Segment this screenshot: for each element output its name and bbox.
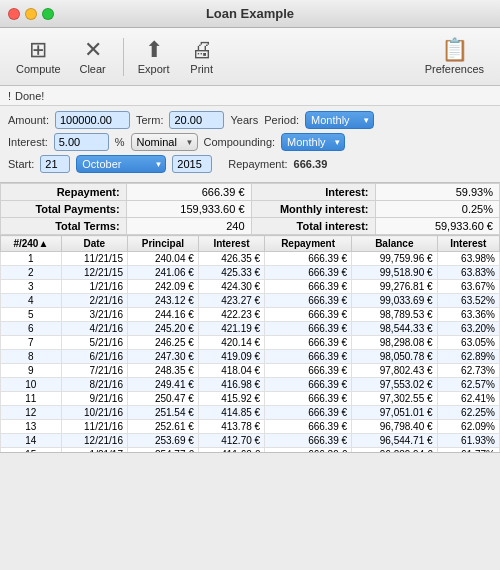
col-header-num[interactable]: #/240▲ [1, 236, 62, 252]
export-label: Export [138, 63, 170, 75]
cell-balance: 97,553.02 € [352, 378, 437, 392]
amount-label: Amount: [8, 114, 49, 126]
compounding-select[interactable]: Monthly Weekly Annual [281, 133, 345, 151]
col-header-interest-pct[interactable]: Interest [437, 236, 499, 252]
cell-num: 8 [1, 350, 62, 364]
maximize-button[interactable] [42, 8, 54, 20]
cell-balance: 98,050.78 € [352, 350, 437, 364]
export-button[interactable]: ⬆ Export [132, 32, 176, 82]
cell-interest: 412.70 € [198, 434, 264, 448]
compounding-label: Compounding: [204, 136, 276, 148]
cell-principal: 253.69 € [127, 434, 198, 448]
data-table-container[interactable]: #/240▲ Date Principal Interest Repayment… [0, 235, 500, 453]
cell-interest-pct: 63.05% [437, 336, 499, 350]
table-row: 12 10/21/16 251.54 € 414.85 € 666.39 € 9… [1, 406, 500, 420]
cell-repayment: 666.39 € [265, 252, 352, 266]
preferences-button[interactable]: 📋 Preferences [419, 32, 490, 82]
interest-label: Interest: [8, 136, 48, 148]
cell-date: 9/21/16 [61, 392, 127, 406]
cell-principal: 252.61 € [127, 420, 198, 434]
cell-principal: 247.30 € [127, 350, 198, 364]
cell-principal: 243.12 € [127, 294, 198, 308]
minimize-button[interactable] [25, 8, 37, 20]
table-row: 15 1/21/17 254.77 € 411.62 € 666.39 € 96… [1, 448, 500, 454]
percent-label: % [115, 136, 125, 148]
compute-label: Compute [16, 63, 61, 75]
col-header-principal[interactable]: Principal [127, 236, 198, 252]
cell-repayment: 666.39 € [265, 280, 352, 294]
clear-icon: ✕ [84, 39, 102, 61]
cell-date: 8/21/16 [61, 378, 127, 392]
col-header-balance[interactable]: Balance [352, 236, 437, 252]
print-label: Print [190, 63, 213, 75]
cell-balance: 99,518.90 € [352, 266, 437, 280]
table-row: 14 12/21/16 253.69 € 412.70 € 666.39 € 9… [1, 434, 500, 448]
cell-num: 13 [1, 420, 62, 434]
cell-balance: 99,759.96 € [352, 252, 437, 266]
interest-input[interactable] [54, 133, 109, 151]
close-button[interactable] [8, 8, 20, 20]
cell-principal: 240.04 € [127, 252, 198, 266]
print-icon: 🖨 [191, 39, 213, 61]
cell-date: 6/21/16 [61, 350, 127, 364]
col-header-interest[interactable]: Interest [198, 236, 264, 252]
col-header-date[interactable]: Date [61, 236, 127, 252]
cell-num: 3 [1, 280, 62, 294]
cell-interest: 413.78 € [198, 420, 264, 434]
compounding-select-wrapper: Monthly Weekly Annual ▼ [281, 133, 345, 151]
cell-balance: 99,033.69 € [352, 294, 437, 308]
amount-input[interactable] [55, 111, 130, 129]
cell-date: 1/21/17 [61, 448, 127, 454]
table-row: 3 1/21/16 242.09 € 424.30 € 666.39 € 99,… [1, 280, 500, 294]
cell-num: 12 [1, 406, 62, 420]
cell-interest-pct: 63.52% [437, 294, 499, 308]
cell-balance: 97,802.43 € [352, 364, 437, 378]
status-message: Done! [15, 90, 44, 102]
cell-interest: 411.62 € [198, 448, 264, 454]
toolbar: ⊞ Compute ✕ Clear ⬆ Export 🖨 Print 📋 Pre… [0, 28, 500, 86]
cell-principal: 244.16 € [127, 308, 198, 322]
cell-interest: 426.35 € [198, 252, 264, 266]
cell-repayment: 666.39 € [265, 392, 352, 406]
cell-date: 2/21/16 [61, 294, 127, 308]
period-label: Period: [264, 114, 299, 126]
cell-balance: 96,798.40 € [352, 420, 437, 434]
table-row: 9 7/21/16 248.35 € 418.04 € 666.39 € 97,… [1, 364, 500, 378]
clear-button[interactable]: ✕ Clear [71, 32, 115, 82]
nominal-select[interactable]: Nominal Effective [131, 133, 198, 151]
cell-interest: 424.30 € [198, 280, 264, 294]
repayment-summary-value: 666.39 € [126, 184, 251, 201]
cell-interest: 421.19 € [198, 322, 264, 336]
cell-repayment: 666.39 € [265, 322, 352, 336]
cell-balance: 97,302.55 € [352, 392, 437, 406]
cell-balance: 96,289.94 € [352, 448, 437, 454]
start-month-select[interactable]: October JanuaryFebruaryMarch AprilMayJun… [76, 155, 166, 173]
cell-date: 1/21/16 [61, 280, 127, 294]
cell-num: 1 [1, 252, 62, 266]
col-header-repayment[interactable]: Repayment [265, 236, 352, 252]
start-day-input[interactable] [40, 155, 70, 173]
period-select[interactable]: Monthly Weekly Biweekly Annual [305, 111, 374, 129]
traffic-lights [8, 8, 54, 20]
compute-icon: ⊞ [29, 39, 47, 61]
print-button[interactable]: 🖨 Print [180, 32, 224, 82]
cell-repayment: 666.39 € [265, 350, 352, 364]
cell-num: 9 [1, 364, 62, 378]
interest-summary-value: 59.93% [375, 184, 499, 201]
cell-num: 14 [1, 434, 62, 448]
cell-interest-pct: 62.89% [437, 350, 499, 364]
term-input[interactable] [169, 111, 224, 129]
cell-num: 11 [1, 392, 62, 406]
total-payments-label: Total Payments: [1, 201, 127, 218]
cell-date: 10/21/16 [61, 406, 127, 420]
cell-principal: 254.77 € [127, 448, 198, 454]
compute-button[interactable]: ⊞ Compute [10, 32, 67, 82]
cell-repayment: 666.39 € [265, 378, 352, 392]
cell-date: 3/21/16 [61, 308, 127, 322]
start-year-input[interactable] [172, 155, 212, 173]
export-icon: ⬆ [145, 39, 163, 61]
cell-interest: 423.27 € [198, 294, 264, 308]
monthly-interest-value: 0.25% [375, 201, 499, 218]
cell-num: 6 [1, 322, 62, 336]
cell-num: 5 [1, 308, 62, 322]
